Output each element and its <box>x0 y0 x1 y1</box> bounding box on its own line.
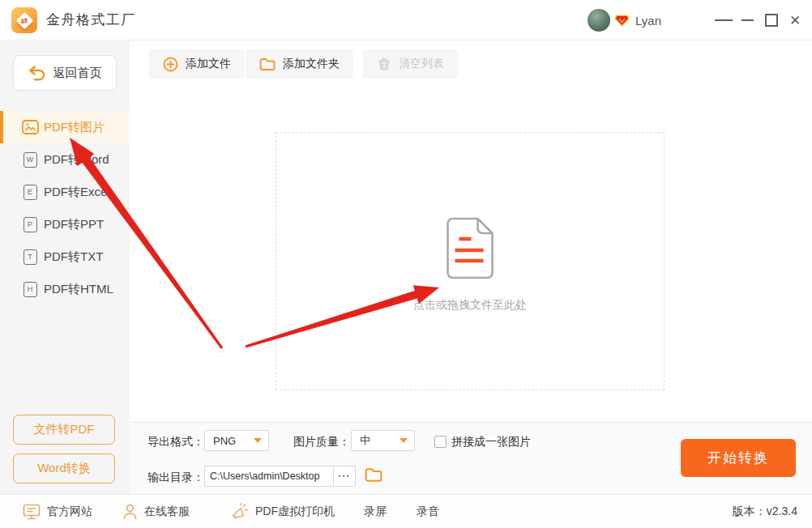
chevron-down-icon <box>400 438 408 443</box>
browse-button[interactable]: ••• <box>334 466 356 487</box>
menu-icon[interactable] <box>715 11 733 29</box>
monitor-icon <box>23 504 41 520</box>
sidebar-item-pdf-to-html[interactable]: H PDF转HTML <box>0 273 130 305</box>
user-avatar <box>588 9 610 32</box>
merge-checkbox[interactable] <box>434 436 447 448</box>
open-output-folder-button[interactable] <box>365 467 382 483</box>
export-format-label: 导出格式： <box>147 435 204 449</box>
image-quality-label: 图片质量： <box>293 435 350 449</box>
app-title: 金舟格式工厂 <box>46 0 136 40</box>
undo-arrow-icon <box>28 66 46 81</box>
username: Lyan <box>635 14 661 28</box>
folder-icon <box>259 57 276 71</box>
footer-link-audio-record[interactable]: 录音 <box>417 495 439 528</box>
sidebar-item-label: PDF转Excel <box>44 185 110 200</box>
footer-link-screen-record[interactable]: 录屏 <box>364 495 387 528</box>
app-logo-icon: ⇄ <box>11 7 37 33</box>
sidebar-item-label: PDF转PPT <box>44 217 104 232</box>
circle-plus-icon <box>163 57 178 72</box>
footer-link-label: PDF虚拟打印机 <box>255 505 335 519</box>
title-bar: ⇄ 金舟格式工厂 Lyan ✕ <box>0 0 812 40</box>
doc-e-icon: E <box>21 185 39 200</box>
file-to-pdf-button[interactable]: 文件转PDF <box>13 415 115 445</box>
sidebar: 返回首页 PDF转图片 W PDF转Word E PDF转Excel P PDF… <box>0 40 130 494</box>
start-convert-button[interactable]: 开始转换 <box>681 439 796 477</box>
sidebar-item-label: PDF转图片 <box>44 120 105 135</box>
output-dir-group: ••• <box>204 466 356 487</box>
back-home-button[interactable]: 返回首页 <box>13 55 117 91</box>
add-folder-button[interactable]: 添加文件夹 <box>246 49 353 79</box>
word-convert-button[interactable]: Word转换 <box>13 453 115 483</box>
logo-diamond: ⇄ <box>15 11 32 28</box>
export-format-select[interactable]: PNG <box>204 430 269 451</box>
doc-t-icon: T <box>21 249 39 265</box>
person-icon <box>122 504 138 520</box>
version-text: 版本：v2.3.4 <box>733 495 797 528</box>
output-dir-label: 输出目录： <box>147 471 204 485</box>
add-folder-label: 添加文件夹 <box>283 57 340 71</box>
merge-checkbox-label[interactable]: 拼接成一张图片 <box>451 435 531 449</box>
file-to-pdf-label: 文件转PDF <box>34 422 95 437</box>
footer-link-label: 录音 <box>417 505 439 519</box>
close-icon[interactable]: ✕ <box>786 11 804 29</box>
sidebar-item-pdf-to-txt[interactable]: T PDF转TXT <box>0 241 130 273</box>
footer-link-label: 官方网站 <box>47 505 92 519</box>
footer-link-pdf-virtual-printer[interactable]: PDF虚拟打印机 <box>230 495 335 528</box>
sidebar-item-pdf-to-image[interactable]: PDF转图片 <box>0 111 130 143</box>
sidebar-item-pdf-to-word[interactable]: W PDF转Word <box>0 143 130 176</box>
image-quality-select[interactable]: 中 <box>351 430 415 451</box>
maximize-icon[interactable] <box>763 11 780 29</box>
file-dropzone[interactable]: 点击或拖拽文件至此处 <box>276 132 665 390</box>
image-quality-value: 中 <box>360 433 370 448</box>
clear-list-label: 清空列表 <box>399 57 444 71</box>
sidebar-item-label: PDF转Word <box>44 152 109 168</box>
footer-link-label: 在线客服 <box>144 505 190 519</box>
clear-list-button[interactable]: 清空列表 <box>363 49 458 79</box>
sidebar-item-pdf-to-excel[interactable]: E PDF转Excel <box>0 176 130 208</box>
document-icon <box>442 217 499 283</box>
folder-icon <box>365 467 382 483</box>
vip-badge-icon <box>615 15 629 27</box>
add-file-label: 添加文件 <box>186 57 231 71</box>
export-format-value: PNG <box>213 435 236 447</box>
image-icon <box>21 120 39 134</box>
footer-link-label: 录屏 <box>364 505 387 519</box>
back-home-label: 返回首页 <box>53 66 102 81</box>
add-file-button[interactable]: 添加文件 <box>149 49 245 79</box>
sidebar-item-label: PDF转HTML <box>44 282 113 297</box>
footer-link-official-site[interactable]: 官方网站 <box>23 495 92 528</box>
footer-bar: 官方网站 在线客服 PDF虚拟打印机 录屏 录音 版本：v2.3.4 <box>0 494 812 528</box>
chevron-down-icon <box>254 438 262 443</box>
trash-icon <box>377 57 391 71</box>
megaphone-icon <box>230 503 249 521</box>
output-dir-input[interactable] <box>204 466 334 487</box>
swap-arrows-icon: ⇄ <box>21 16 28 24</box>
footer-link-online-support[interactable]: 在线客服 <box>122 495 190 528</box>
user-account[interactable]: Lyan <box>588 6 661 34</box>
doc-w-icon: W <box>21 152 39 168</box>
dropzone-hint: 点击或拖拽文件至此处 <box>276 298 664 313</box>
sidebar-item-pdf-to-ppt[interactable]: P PDF转PPT <box>0 208 130 241</box>
minimize-icon[interactable] <box>738 11 756 29</box>
settings-panel: 导出格式： PNG 图片质量： 中 拼接成一张图片 输出目录： ••• 开始转换 <box>130 422 812 494</box>
sidebar-item-label: PDF转TXT <box>44 249 103 265</box>
word-convert-label: Word转换 <box>37 461 91 476</box>
doc-p-icon: P <box>21 217 39 232</box>
app-window: ⇄ 金舟格式工厂 Lyan ✕ 返回首页 <box>0 0 812 528</box>
doc-h-icon: H <box>21 282 39 297</box>
